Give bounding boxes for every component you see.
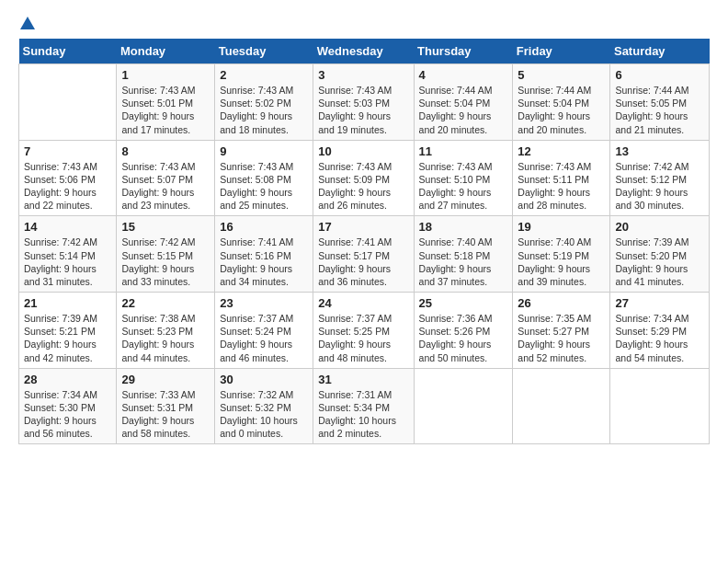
day-cell: 18Sunrise: 7:40 AM Sunset: 5:18 PM Dayli… <box>414 216 513 293</box>
col-header-tuesday: Tuesday <box>215 39 313 64</box>
day-cell: 3Sunrise: 7:43 AM Sunset: 5:03 PM Daylig… <box>313 64 414 141</box>
day-number: 3 <box>318 68 408 82</box>
header-row <box>18 15 710 31</box>
day-number: 23 <box>220 296 308 310</box>
day-info: Sunrise: 7:43 AM Sunset: 5:01 PM Dayligh… <box>121 84 210 136</box>
day-cell <box>513 368 610 444</box>
day-number: 8 <box>121 144 210 158</box>
day-cell: 17Sunrise: 7:41 AM Sunset: 5:17 PM Dayli… <box>313 216 414 293</box>
day-cell: 19Sunrise: 7:40 AM Sunset: 5:19 PM Dayli… <box>513 216 610 293</box>
day-info: Sunrise: 7:41 AM Sunset: 5:17 PM Dayligh… <box>318 236 408 288</box>
day-cell: 21Sunrise: 7:39 AM Sunset: 5:21 PM Dayli… <box>19 293 117 369</box>
day-number: 22 <box>121 296 210 310</box>
day-info: Sunrise: 7:42 AM Sunset: 5:12 PM Dayligh… <box>615 160 704 213</box>
day-number: 13 <box>615 144 704 158</box>
day-info: Sunrise: 7:33 AM Sunset: 5:31 PM Dayligh… <box>121 388 210 441</box>
col-header-thursday: Thursday <box>414 39 513 64</box>
day-cell: 1Sunrise: 7:43 AM Sunset: 5:01 PM Daylig… <box>117 64 215 141</box>
day-number: 16 <box>220 220 308 234</box>
day-number: 31 <box>318 373 408 386</box>
week-row-3: 14Sunrise: 7:42 AM Sunset: 5:14 PM Dayli… <box>19 216 710 293</box>
day-info: Sunrise: 7:39 AM Sunset: 5:20 PM Dayligh… <box>615 236 704 288</box>
day-info: Sunrise: 7:44 AM Sunset: 5:04 PM Dayligh… <box>419 84 508 136</box>
day-info: Sunrise: 7:43 AM Sunset: 5:10 PM Dayligh… <box>419 160 508 213</box>
day-number: 29 <box>121 373 210 386</box>
day-info: Sunrise: 7:34 AM Sunset: 5:29 PM Dayligh… <box>615 312 704 364</box>
day-info: Sunrise: 7:32 AM Sunset: 5:32 PM Dayligh… <box>220 388 308 441</box>
day-cell: 9Sunrise: 7:43 AM Sunset: 5:08 PM Daylig… <box>215 140 313 216</box>
day-number: 19 <box>518 220 605 234</box>
logo-arrow-icon <box>19 15 36 31</box>
day-cell: 20Sunrise: 7:39 AM Sunset: 5:20 PM Dayli… <box>610 216 710 293</box>
day-info: Sunrise: 7:31 AM Sunset: 5:34 PM Dayligh… <box>318 388 408 441</box>
day-number: 4 <box>419 68 508 82</box>
day-cell: 14Sunrise: 7:42 AM Sunset: 5:14 PM Dayli… <box>19 216 117 293</box>
logo-text <box>18 15 37 31</box>
day-info: Sunrise: 7:42 AM Sunset: 5:15 PM Dayligh… <box>121 236 210 288</box>
day-number: 12 <box>518 144 605 158</box>
day-cell <box>19 64 117 141</box>
col-header-monday: Monday <box>117 39 215 64</box>
day-info: Sunrise: 7:34 AM Sunset: 5:30 PM Dayligh… <box>24 388 111 441</box>
day-cell: 30Sunrise: 7:32 AM Sunset: 5:32 PM Dayli… <box>215 368 313 444</box>
day-info: Sunrise: 7:37 AM Sunset: 5:25 PM Dayligh… <box>318 312 408 364</box>
day-info: Sunrise: 7:39 AM Sunset: 5:21 PM Dayligh… <box>24 312 111 364</box>
col-header-friday: Friday <box>513 39 610 64</box>
day-cell: 8Sunrise: 7:43 AM Sunset: 5:07 PM Daylig… <box>117 140 215 216</box>
day-info: Sunrise: 7:43 AM Sunset: 5:02 PM Dayligh… <box>220 84 308 136</box>
day-cell: 7Sunrise: 7:43 AM Sunset: 5:06 PM Daylig… <box>19 140 117 216</box>
day-info: Sunrise: 7:43 AM Sunset: 5:03 PM Dayligh… <box>318 84 408 136</box>
day-cell: 23Sunrise: 7:37 AM Sunset: 5:24 PM Dayli… <box>215 293 313 369</box>
day-cell: 10Sunrise: 7:43 AM Sunset: 5:09 PM Dayli… <box>313 140 414 216</box>
logo <box>18 15 37 31</box>
day-info: Sunrise: 7:44 AM Sunset: 5:05 PM Dayligh… <box>615 84 704 136</box>
day-number: 9 <box>220 144 308 158</box>
day-cell: 22Sunrise: 7:38 AM Sunset: 5:23 PM Dayli… <box>117 293 215 369</box>
day-info: Sunrise: 7:37 AM Sunset: 5:24 PM Dayligh… <box>220 312 308 364</box>
week-row-5: 28Sunrise: 7:34 AM Sunset: 5:30 PM Dayli… <box>19 368 710 444</box>
day-cell: 27Sunrise: 7:34 AM Sunset: 5:29 PM Dayli… <box>610 293 710 369</box>
week-row-1: 1Sunrise: 7:43 AM Sunset: 5:01 PM Daylig… <box>19 64 710 141</box>
day-cell: 12Sunrise: 7:43 AM Sunset: 5:11 PM Dayli… <box>513 140 610 216</box>
calendar-table: SundayMondayTuesdayWednesdayThursdayFrid… <box>18 39 710 444</box>
day-number: 2 <box>220 68 308 82</box>
week-row-4: 21Sunrise: 7:39 AM Sunset: 5:21 PM Dayli… <box>19 293 710 369</box>
day-number: 11 <box>419 144 508 158</box>
day-cell: 29Sunrise: 7:33 AM Sunset: 5:31 PM Dayli… <box>117 368 215 444</box>
day-info: Sunrise: 7:38 AM Sunset: 5:23 PM Dayligh… <box>121 312 210 364</box>
day-info: Sunrise: 7:40 AM Sunset: 5:19 PM Dayligh… <box>518 236 605 288</box>
day-cell: 13Sunrise: 7:42 AM Sunset: 5:12 PM Dayli… <box>610 140 710 216</box>
day-cell: 28Sunrise: 7:34 AM Sunset: 5:30 PM Dayli… <box>19 368 117 444</box>
header-row-days: SundayMondayTuesdayWednesdayThursdayFrid… <box>19 39 710 64</box>
day-number: 17 <box>318 220 408 234</box>
day-cell <box>414 368 513 444</box>
day-number: 10 <box>318 144 408 158</box>
day-cell: 25Sunrise: 7:36 AM Sunset: 5:26 PM Dayli… <box>414 293 513 369</box>
day-info: Sunrise: 7:43 AM Sunset: 5:09 PM Dayligh… <box>318 160 408 213</box>
day-cell: 2Sunrise: 7:43 AM Sunset: 5:02 PM Daylig… <box>215 64 313 141</box>
day-info: Sunrise: 7:43 AM Sunset: 5:08 PM Dayligh… <box>220 160 308 213</box>
day-info: Sunrise: 7:43 AM Sunset: 5:06 PM Dayligh… <box>24 160 111 213</box>
col-header-saturday: Saturday <box>610 39 710 64</box>
day-info: Sunrise: 7:43 AM Sunset: 5:11 PM Dayligh… <box>518 160 605 213</box>
svg-marker-0 <box>20 17 35 29</box>
col-header-sunday: Sunday <box>19 39 117 64</box>
day-info: Sunrise: 7:43 AM Sunset: 5:07 PM Dayligh… <box>121 160 210 213</box>
day-cell: 15Sunrise: 7:42 AM Sunset: 5:15 PM Dayli… <box>117 216 215 293</box>
day-cell: 4Sunrise: 7:44 AM Sunset: 5:04 PM Daylig… <box>414 64 513 141</box>
day-number: 14 <box>24 220 111 234</box>
day-info: Sunrise: 7:35 AM Sunset: 5:27 PM Dayligh… <box>518 312 605 364</box>
day-number: 21 <box>24 296 111 310</box>
day-number: 27 <box>615 296 704 310</box>
day-number: 28 <box>24 373 111 386</box>
day-info: Sunrise: 7:41 AM Sunset: 5:16 PM Dayligh… <box>220 236 308 288</box>
col-header-wednesday: Wednesday <box>313 39 414 64</box>
day-cell <box>610 368 710 444</box>
day-number: 6 <box>615 68 704 82</box>
day-cell: 6Sunrise: 7:44 AM Sunset: 5:05 PM Daylig… <box>610 64 710 141</box>
day-cell: 31Sunrise: 7:31 AM Sunset: 5:34 PM Dayli… <box>313 368 414 444</box>
day-number: 18 <box>419 220 508 234</box>
day-info: Sunrise: 7:40 AM Sunset: 5:18 PM Dayligh… <box>419 236 508 288</box>
week-row-2: 7Sunrise: 7:43 AM Sunset: 5:06 PM Daylig… <box>19 140 710 216</box>
day-number: 15 <box>121 220 210 234</box>
